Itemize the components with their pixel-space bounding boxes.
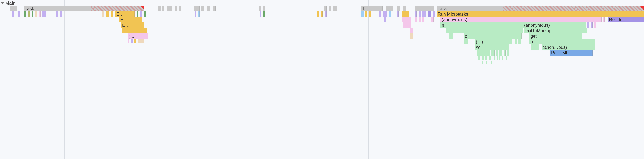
sliver-1-z3[interactable] — [383, 12, 387, 17]
green-10-c[interactable] — [491, 61, 492, 64]
task-sliver-0q[interactable] — [397, 6, 400, 12]
sliver-4-a[interactable] — [410, 28, 414, 34]
thread-header[interactable]: Main — [0, 0, 16, 6]
task-sliver-0d[interactable] — [167, 6, 172, 12]
task-sliver-0h[interactable] — [202, 6, 204, 12]
lt[interactable]: lt — [446, 28, 523, 34]
sliver-1-s[interactable] — [260, 12, 262, 17]
sliver-1-l[interactable] — [106, 12, 109, 17]
sliver-6-c[interactable] — [134, 39, 136, 43]
task-bar-3[interactable]: T… — [415, 6, 434, 12]
sliver-1-z8[interactable] — [418, 12, 421, 17]
frame-f[interactable]: F… — [122, 28, 148, 34]
frame-e-3[interactable]: E… — [121, 22, 144, 28]
task-sliver-0l[interactable] — [263, 6, 265, 12]
task-sliver-0m[interactable] — [324, 6, 326, 12]
green-10-a[interactable] — [482, 61, 483, 64]
green-8-a[interactable] — [477, 50, 490, 56]
sliver-2-d[interactable] — [422, 17, 424, 22]
task-sliver-0i[interactable] — [207, 6, 210, 12]
sliver-1-d[interactable] — [28, 12, 30, 17]
sliver-2-c[interactable] — [419, 17, 421, 22]
green-8-e[interactable] — [504, 50, 506, 56]
green-6-a[interactable] — [464, 39, 468, 44]
task-sliver-0b[interactable] — [158, 6, 161, 12]
green-7-a[interactable] — [531, 44, 539, 50]
sliver-1-a[interactable] — [12, 12, 14, 17]
sliver-1-o[interactable] — [140, 12, 142, 17]
green-10-b[interactable] — [486, 61, 487, 64]
sliver-6-a[interactable] — [128, 39, 130, 43]
sliver-3-a[interactable] — [588, 22, 590, 28]
sliver-2-f[interactable] — [603, 17, 605, 22]
sliver-1-n[interactable] — [136, 12, 138, 17]
sliver-2-e[interactable] — [432, 17, 434, 22]
exifToMarkup[interactable]: exifToMarkup — [524, 28, 587, 34]
sliver-1-c[interactable] — [24, 12, 26, 17]
task-sliver-0j[interactable] — [213, 6, 216, 12]
green-9-d[interactable] — [490, 56, 492, 60]
green-6-c[interactable] — [518, 39, 521, 44]
collapse-triangle-icon[interactable] — [1, 2, 4, 4]
anon-small[interactable]: (… — [128, 34, 148, 39]
sliver-6-b[interactable] — [131, 39, 133, 43]
green-5-a[interactable] — [449, 34, 454, 39]
task-sliver-0k[interactable] — [259, 6, 261, 12]
w[interactable]: W — [475, 44, 510, 50]
green-8-d[interactable] — [499, 50, 502, 56]
green-9-b[interactable] — [482, 56, 484, 60]
task-sliver-0n[interactable] — [328, 6, 331, 12]
task-sliver-0g[interactable] — [194, 6, 200, 12]
sliver-1-z4[interactable] — [389, 12, 391, 17]
sliver-1-x[interactable] — [361, 12, 364, 17]
green-9-c[interactable] — [485, 56, 487, 60]
sliver-1-z5[interactable] — [397, 12, 399, 17]
anonymous-3[interactable]: (anon…ous) — [542, 44, 595, 50]
sliver-1-q[interactable] — [194, 12, 196, 17]
frame-e-2[interactable]: E… — [119, 17, 142, 22]
task-sliver-0c[interactable] — [162, 6, 164, 12]
sliver-3-c[interactable] — [594, 22, 596, 28]
run-microtasks[interactable]: Run Microtasks — [437, 12, 644, 17]
get[interactable]: get — [529, 34, 582, 39]
z[interactable]: z — [464, 34, 522, 39]
sliver-1-p[interactable] — [144, 12, 146, 17]
green-6-b[interactable] — [515, 39, 517, 44]
task-sliver-0f[interactable] — [179, 6, 181, 12]
task-sliver-0r[interactable] — [403, 6, 406, 12]
task-sliver-0a[interactable] — [10, 6, 17, 12]
sliver-1-t[interactable] — [264, 12, 266, 17]
green-9-f[interactable] — [496, 56, 498, 60]
sliver-1-z6[interactable] — [402, 12, 409, 17]
pink-2-a[interactable] — [402, 17, 411, 22]
tan-5-a[interactable] — [410, 34, 413, 39]
green-9-g[interactable] — [499, 56, 500, 60]
task-bar-1[interactable]: Task — [24, 6, 144, 12]
sliver-1-h[interactable] — [42, 12, 46, 17]
green-8-f[interactable] — [507, 50, 509, 56]
sliver-1-zb[interactable] — [433, 12, 435, 17]
sliver-1-w[interactable] — [325, 12, 327, 17]
green-9-i[interactable] — [506, 56, 507, 60]
sliver-1-f[interactable] — [36, 12, 38, 17]
sliver-1-j[interactable] — [60, 12, 62, 17]
sliver-1-k[interactable] — [102, 12, 104, 17]
green-9-e[interactable] — [494, 56, 495, 60]
green-9-a[interactable] — [478, 56, 480, 60]
sliver-6-d[interactable] — [138, 39, 144, 43]
o[interactable]: o — [529, 39, 595, 44]
sliver-1-i[interactable] — [56, 12, 58, 17]
re-le[interactable]: Re…le — [608, 17, 644, 22]
sliver-2-b[interactable] — [415, 17, 417, 22]
sliver-1-z9[interactable] — [422, 12, 426, 17]
sliver-1-r[interactable] — [198, 12, 200, 17]
green-9-h[interactable] — [502, 56, 503, 60]
sliver-1-z2[interactable] — [379, 12, 381, 17]
task-sliver-0e[interactable] — [175, 6, 177, 12]
task-sliver-0o[interactable] — [333, 6, 337, 12]
task-bar-4[interactable]: Task — [437, 6, 644, 12]
sliver-1-za[interactable] — [428, 12, 431, 17]
anon-paren[interactable]: (…) — [475, 39, 512, 44]
flame-chart[interactable]: TaskT…T…TaskE…Run MicrotasksE…(anonymous… — [0, 6, 644, 159]
anonymous-1[interactable]: (anonymous) — [440, 17, 602, 22]
